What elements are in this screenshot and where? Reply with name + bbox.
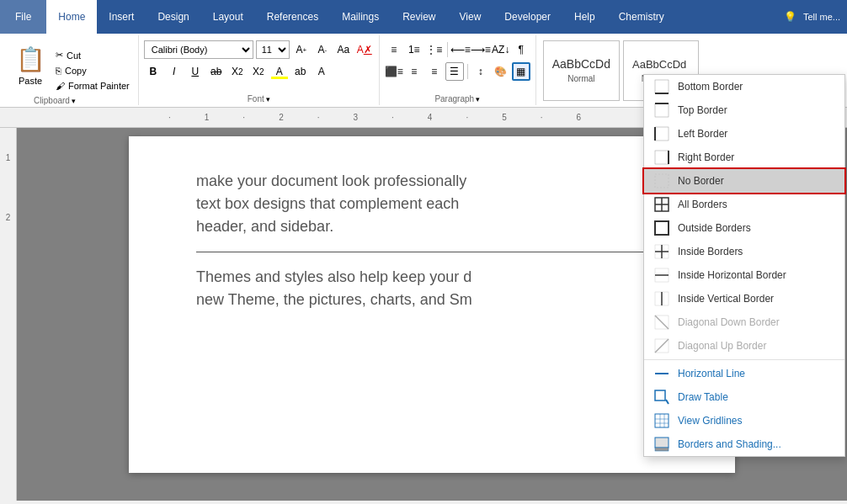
clear-formatting-button[interactable]: A✗ [355,40,374,59]
horizontal-line-icon [654,366,669,381]
bottom-border-item[interactable]: Bottom Border [644,75,844,98]
menu-divider [644,359,844,360]
lightbulb-icon[interactable]: 💡 [784,11,796,23]
diagonal-up-border-item[interactable]: Diagonal Up Border [644,334,844,358]
inside-borders-item[interactable]: Inside Borders [644,240,844,263]
font-group-label: Font [248,94,264,103]
paste-label: Paste [19,76,42,86]
no-border-item[interactable]: No Border [644,169,844,193]
style-nospace-preview: AaBbCcDd [632,58,686,71]
font-row2: B I U ab X2 X2 A ab A [144,61,331,82]
diagonal-up-border-icon [654,338,669,353]
format-painter-label: Format Painter [68,81,130,91]
numbered-list-button[interactable]: 1≡ [405,40,424,59]
tell-me-input[interactable]: Tell me... [803,12,840,22]
para-divider1 [447,42,448,57]
tab-developer[interactable]: Developer [493,0,562,34]
align-left-button[interactable]: ⬛≡ [385,62,403,81]
change-case-button[interactable]: Aa [334,40,353,59]
inside-vertical-border-icon [654,291,669,306]
tab-design[interactable]: Design [146,0,200,34]
view-gridlines-item[interactable]: View Gridlines [644,409,844,432]
font-color-button[interactable]: A [270,62,289,81]
highlight-color-button[interactable]: ab [291,62,310,81]
copy-label: Copy [65,66,87,76]
svg-rect-0 [655,80,669,93]
tab-references[interactable]: References [255,0,330,34]
inside-horizontal-border-item[interactable]: Inside Horizontal Border [644,263,844,287]
clipboard-expand-icon[interactable]: ▾ [72,97,76,105]
tab-view[interactable]: View [448,0,493,34]
svg-rect-2 [655,103,669,117]
align-center-button[interactable]: ≡ [405,62,424,81]
para-divider2 [467,64,468,79]
tab-review[interactable]: Review [391,0,447,34]
paragraph-expand-icon[interactable]: ▾ [476,95,480,103]
all-borders-item[interactable]: All Borders [644,193,844,216]
tab-chemistry[interactable]: Chemistry [607,0,676,34]
svg-rect-12 [655,221,669,235]
draw-table-icon [654,390,669,405]
bullets-button[interactable]: ≡ [385,40,403,59]
horizontal-line-item[interactable]: Horizontal Line [644,362,844,385]
style-normal-preview: AaBbCcDd [552,57,610,71]
show-paragraph-button[interactable]: ¶ [512,40,530,59]
paste-button[interactable]: 📋 Paste [8,39,52,102]
increase-font-button[interactable]: A+ [292,40,311,59]
align-right-button[interactable]: ≡ [425,62,444,81]
svg-rect-8 [655,174,669,188]
underline-button[interactable]: U [186,62,205,81]
justify-button[interactable]: ☰ [445,62,464,81]
top-border-icon [654,103,669,118]
paste-icon: 📋 [15,42,45,76]
para-row1: ≡ 1≡ ⋮≡ ⟵≡ ⟶≡ AZ↓ ¶ [385,39,530,61]
clipboard-group-label: Clipboard [34,96,70,105]
svg-line-26 [666,400,669,404]
strikethrough-button[interactable]: ab [207,62,226,81]
multilevel-list-button[interactable]: ⋮≡ [425,40,444,59]
decrease-indent-button[interactable]: ⟵≡ [451,40,470,59]
decrease-font-button[interactable]: A- [313,40,332,59]
copy-button[interactable]: ⎘ Copy [52,64,133,77]
superscript-button[interactable]: X2 [249,62,268,81]
font-expand-icon[interactable]: ▾ [266,95,270,103]
format-painter-button[interactable]: 🖌 Format Painter [52,79,133,93]
diagonal-down-border-icon [654,315,669,330]
italic-button[interactable]: I [165,62,184,81]
cut-button[interactable]: ✂ Cut [52,48,133,62]
draw-table-item[interactable]: Draw Table [644,385,844,409]
outside-borders-item[interactable]: Outside Borders [644,216,844,240]
borders-button[interactable]: ▦ [512,62,530,81]
style-normal[interactable]: AaBbCcDd Normal [543,40,620,101]
outside-borders-icon [654,220,669,236]
font-color2-button[interactable]: A [312,62,331,81]
borders-shading-item[interactable]: Borders and Shading... [644,432,844,456]
top-border-item[interactable]: Top Border [644,98,844,122]
inside-vertical-border-item[interactable]: Inside Vertical Border [644,287,844,310]
shading-button[interactable]: 🎨 [492,62,510,81]
tab-mailings[interactable]: Mailings [330,0,391,34]
svg-rect-33 [655,448,669,451]
left-border-item[interactable]: Left Border [644,122,844,146]
font-size-select[interactable]: 11 [256,40,290,59]
border-dropdown-menu: Bottom Border Top Border Left Border Rig… [643,74,845,457]
left-ruler: 1 2 [0,128,17,501]
tab-help[interactable]: Help [562,0,607,34]
tab-file[interactable]: File [0,0,46,34]
tab-insert[interactable]: Insert [97,0,146,34]
doc-divider [196,252,668,252]
bold-button[interactable]: B [144,62,162,81]
sort-button[interactable]: AZ↓ [492,40,510,59]
tab-home[interactable]: Home [46,0,97,34]
subscript-button[interactable]: X2 [228,62,247,81]
all-borders-icon [654,197,669,212]
svg-rect-27 [655,414,669,427]
diagonal-down-border-item[interactable]: Diagonal Down Border [644,310,844,334]
tab-layout[interactable]: Layout [201,0,255,34]
increase-indent-button[interactable]: ⟶≡ [471,40,490,59]
clipboard-group: 📋 Paste ✂ Cut ⎘ Copy 🖌 Format Painter Cl… [3,35,139,105]
line-spacing-button[interactable]: ↕ [471,62,490,81]
paragraph-group: ≡ 1≡ ⋮≡ ⟵≡ ⟶≡ AZ↓ ¶ ⬛≡ ≡ ≡ ☰ ↕ 🎨 ▦ Parag… [380,35,536,105]
font-name-select[interactable]: Calibri (Body) [144,40,253,59]
right-border-item[interactable]: Right Border [644,146,844,169]
